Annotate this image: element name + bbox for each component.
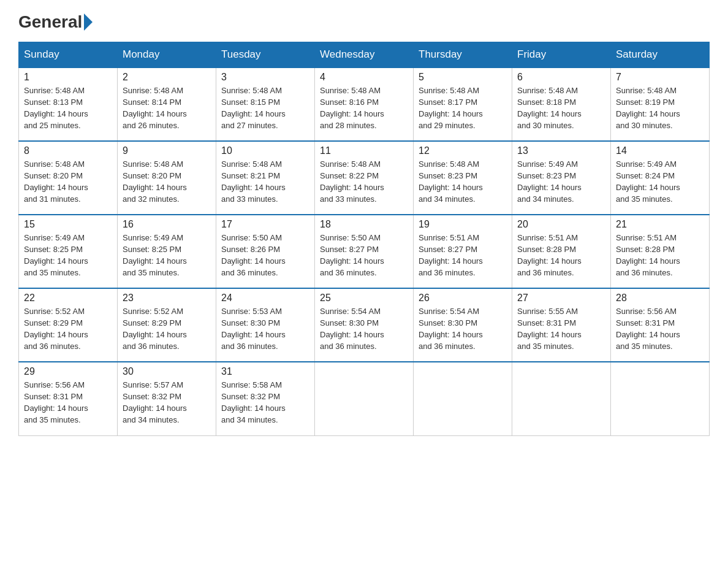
day-number: 16: [123, 219, 211, 230]
day-info: Sunrise: 5:49 AMSunset: 8:24 PMDaylight:…: [616, 159, 704, 205]
day-number: 8: [24, 145, 112, 156]
day-info: Sunrise: 5:51 AMSunset: 8:28 PMDaylight:…: [517, 232, 605, 278]
calendar-week-row: 22 Sunrise: 5:52 AMSunset: 8:29 PMDaylig…: [19, 288, 710, 362]
day-number: 14: [616, 145, 704, 156]
calendar-week-row: 1 Sunrise: 5:48 AMSunset: 8:13 PMDayligh…: [19, 67, 710, 141]
day-number: 29: [24, 366, 112, 377]
calendar-cell: 16 Sunrise: 5:49 AMSunset: 8:25 PMDaylig…: [118, 215, 216, 288]
calendar-cell: 12 Sunrise: 5:48 AMSunset: 8:23 PMDaylig…: [414, 141, 512, 215]
calendar-cell: 28 Sunrise: 5:56 AMSunset: 8:31 PMDaylig…: [611, 288, 710, 362]
calendar-header-row: SundayMondayTuesdayWednesdayThursdayFrid…: [19, 42, 710, 68]
day-number: 28: [616, 293, 704, 304]
day-info: Sunrise: 5:48 AMSunset: 8:18 PMDaylight:…: [517, 85, 605, 131]
day-number: 31: [221, 366, 309, 377]
day-number: 9: [123, 145, 211, 156]
day-info: Sunrise: 5:48 AMSunset: 8:17 PMDaylight:…: [419, 85, 507, 131]
day-info: Sunrise: 5:50 AMSunset: 8:26 PMDaylight:…: [221, 232, 309, 278]
day-number: 22: [24, 293, 112, 304]
calendar-cell: 4 Sunrise: 5:48 AMSunset: 8:16 PMDayligh…: [315, 67, 414, 141]
calendar-cell: [315, 362, 414, 435]
day-info: Sunrise: 5:52 AMSunset: 8:29 PMDaylight:…: [123, 306, 211, 352]
day-info: Sunrise: 5:56 AMSunset: 8:31 PMDaylight:…: [24, 380, 112, 426]
day-number: 6: [517, 72, 605, 83]
calendar-cell: 3 Sunrise: 5:48 AMSunset: 8:15 PMDayligh…: [216, 67, 315, 141]
calendar-cell: 9 Sunrise: 5:48 AMSunset: 8:20 PMDayligh…: [118, 141, 216, 215]
column-header-sunday: Sunday: [19, 42, 118, 68]
day-number: 2: [123, 72, 211, 83]
calendar-cell: 27 Sunrise: 5:55 AMSunset: 8:31 PMDaylig…: [512, 288, 611, 362]
day-number: 12: [419, 145, 507, 156]
day-info: Sunrise: 5:51 AMSunset: 8:27 PMDaylight:…: [419, 232, 507, 278]
day-number: 19: [419, 219, 507, 230]
day-info: Sunrise: 5:48 AMSunset: 8:19 PMDaylight:…: [616, 85, 704, 131]
calendar-cell: 5 Sunrise: 5:48 AMSunset: 8:17 PMDayligh…: [414, 67, 512, 141]
day-info: Sunrise: 5:48 AMSunset: 8:20 PMDaylight:…: [123, 159, 211, 205]
day-number: 17: [221, 219, 309, 230]
day-number: 7: [616, 72, 704, 83]
calendar-cell: 29 Sunrise: 5:56 AMSunset: 8:31 PMDaylig…: [19, 362, 118, 435]
calendar-cell: [414, 362, 512, 435]
calendar-cell: 24 Sunrise: 5:53 AMSunset: 8:30 PMDaylig…: [216, 288, 315, 362]
day-number: 1: [24, 72, 112, 83]
day-info: Sunrise: 5:54 AMSunset: 8:30 PMDaylight:…: [419, 306, 507, 352]
day-info: Sunrise: 5:54 AMSunset: 8:30 PMDaylight:…: [320, 306, 408, 352]
calendar-cell: 17 Sunrise: 5:50 AMSunset: 8:26 PMDaylig…: [216, 215, 315, 288]
calendar-week-row: 15 Sunrise: 5:49 AMSunset: 8:25 PMDaylig…: [19, 215, 710, 288]
day-info: Sunrise: 5:48 AMSunset: 8:23 PMDaylight:…: [419, 159, 507, 205]
day-number: 25: [320, 293, 408, 304]
day-number: 27: [517, 293, 605, 304]
calendar-cell: 14 Sunrise: 5:49 AMSunset: 8:24 PMDaylig…: [611, 141, 710, 215]
column-header-thursday: Thursday: [414, 42, 512, 68]
calendar-cell: 13 Sunrise: 5:49 AMSunset: 8:23 PMDaylig…: [512, 141, 611, 215]
calendar-cell: 19 Sunrise: 5:51 AMSunset: 8:27 PMDaylig…: [414, 215, 512, 288]
column-header-monday: Monday: [118, 42, 216, 68]
day-info: Sunrise: 5:48 AMSunset: 8:22 PMDaylight:…: [320, 159, 408, 205]
day-info: Sunrise: 5:52 AMSunset: 8:29 PMDaylight:…: [24, 306, 112, 352]
calendar-cell: 6 Sunrise: 5:48 AMSunset: 8:18 PMDayligh…: [512, 67, 611, 141]
calendar-cell: 20 Sunrise: 5:51 AMSunset: 8:28 PMDaylig…: [512, 215, 611, 288]
calendar-cell: 11 Sunrise: 5:48 AMSunset: 8:22 PMDaylig…: [315, 141, 414, 215]
day-number: 26: [419, 293, 507, 304]
day-number: 13: [517, 145, 605, 156]
logo: General: [18, 12, 94, 29]
calendar-week-row: 29 Sunrise: 5:56 AMSunset: 8:31 PMDaylig…: [19, 362, 710, 435]
day-info: Sunrise: 5:56 AMSunset: 8:31 PMDaylight:…: [616, 306, 704, 352]
day-number: 18: [320, 219, 408, 230]
calendar-cell: 2 Sunrise: 5:48 AMSunset: 8:14 PMDayligh…: [118, 67, 216, 141]
day-info: Sunrise: 5:50 AMSunset: 8:27 PMDaylight:…: [320, 232, 408, 278]
calendar-cell: 26 Sunrise: 5:54 AMSunset: 8:30 PMDaylig…: [414, 288, 512, 362]
day-info: Sunrise: 5:48 AMSunset: 8:16 PMDaylight:…: [320, 85, 408, 131]
calendar-cell: 25 Sunrise: 5:54 AMSunset: 8:30 PMDaylig…: [315, 288, 414, 362]
logo-arrow-icon: [84, 13, 93, 31]
day-number: 24: [221, 293, 309, 304]
day-info: Sunrise: 5:49 AMSunset: 8:25 PMDaylight:…: [24, 232, 112, 278]
page-header: General: [18, 12, 710, 29]
calendar-cell: 7 Sunrise: 5:48 AMSunset: 8:19 PMDayligh…: [611, 67, 710, 141]
day-number: 21: [616, 219, 704, 230]
column-header-wednesday: Wednesday: [315, 42, 414, 68]
calendar-cell: 31 Sunrise: 5:58 AMSunset: 8:32 PMDaylig…: [216, 362, 315, 435]
day-info: Sunrise: 5:49 AMSunset: 8:23 PMDaylight:…: [517, 159, 605, 205]
calendar-cell: [611, 362, 710, 435]
calendar-cell: 21 Sunrise: 5:51 AMSunset: 8:28 PMDaylig…: [611, 215, 710, 288]
day-info: Sunrise: 5:48 AMSunset: 8:14 PMDaylight:…: [123, 85, 211, 131]
day-info: Sunrise: 5:51 AMSunset: 8:28 PMDaylight:…: [616, 232, 704, 278]
day-number: 10: [221, 145, 309, 156]
day-number: 3: [221, 72, 309, 83]
column-header-friday: Friday: [512, 42, 611, 68]
day-info: Sunrise: 5:48 AMSunset: 8:13 PMDaylight:…: [24, 85, 112, 131]
day-info: Sunrise: 5:53 AMSunset: 8:30 PMDaylight:…: [221, 306, 309, 352]
column-header-saturday: Saturday: [611, 42, 710, 68]
day-info: Sunrise: 5:49 AMSunset: 8:25 PMDaylight:…: [123, 232, 211, 278]
column-header-tuesday: Tuesday: [216, 42, 315, 68]
day-info: Sunrise: 5:57 AMSunset: 8:32 PMDaylight:…: [123, 380, 211, 426]
day-info: Sunrise: 5:58 AMSunset: 8:32 PMDaylight:…: [221, 380, 309, 426]
calendar-cell: 30 Sunrise: 5:57 AMSunset: 8:32 PMDaylig…: [118, 362, 216, 435]
day-number: 30: [123, 366, 211, 377]
day-info: Sunrise: 5:55 AMSunset: 8:31 PMDaylight:…: [517, 306, 605, 352]
day-info: Sunrise: 5:48 AMSunset: 8:15 PMDaylight:…: [221, 85, 309, 131]
calendar-cell: 22 Sunrise: 5:52 AMSunset: 8:29 PMDaylig…: [19, 288, 118, 362]
calendar-cell: 10 Sunrise: 5:48 AMSunset: 8:21 PMDaylig…: [216, 141, 315, 215]
calendar-cell: 1 Sunrise: 5:48 AMSunset: 8:13 PMDayligh…: [19, 67, 118, 141]
day-number: 4: [320, 72, 408, 83]
